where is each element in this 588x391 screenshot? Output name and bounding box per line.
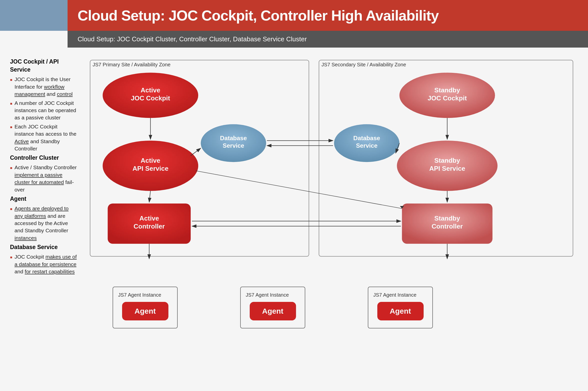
svg-text:JOC Cockpit: JOC Cockpit <box>131 94 170 102</box>
svg-line-39 <box>196 171 402 209</box>
sidebar-item-4: ▪ Active / Standby Controller implement … <box>10 164 78 193</box>
agents-row: JS7 Agent Instance Agent JS7 Agent Insta… <box>88 287 578 328</box>
sidebar-section-agent: Agent ▪ Agents are deployed to any platf… <box>10 195 78 242</box>
svg-text:Standby: Standby <box>434 86 460 94</box>
bullet-icon: ▪ <box>10 253 13 262</box>
svg-line-30 <box>149 191 150 202</box>
agent-node-3: Agent <box>377 302 424 320</box>
bullet-icon: ▪ <box>10 164 13 172</box>
sidebar-item-6: ▪ JOC Cockpit makes use of a database fo… <box>10 253 78 275</box>
svg-text:Active: Active <box>141 86 160 94</box>
svg-text:JOC Cockpit: JOC Cockpit <box>428 94 467 102</box>
svg-text:JS7 Secondary Site / Availabil: JS7 Secondary Site / Availability Zone <box>322 62 406 67</box>
sidebar-section-joc: JOC Cockpit / API Service ▪ JOC Cockpit … <box>10 58 78 152</box>
sidebar-title-controller: Controller Cluster <box>10 154 78 162</box>
logo-area <box>0 0 68 31</box>
sidebar-title-joc: JOC Cockpit / API Service <box>10 58 78 74</box>
agent-box-2: JS7 Agent Instance Agent <box>240 287 305 328</box>
svg-text:API Service: API Service <box>132 165 168 172</box>
sidebar-title-database: Database Service <box>10 243 78 251</box>
sidebar-section-database: Database Service ▪ JOC Cockpit makes use… <box>10 243 78 275</box>
svg-text:Service: Service <box>356 142 378 149</box>
svg-text:Database: Database <box>353 135 380 141</box>
agent-instance-label-2: JS7 Agent Instance <box>246 292 289 298</box>
bullet-icon: ▪ <box>10 76 13 84</box>
agent-node-1: Agent <box>122 302 168 320</box>
svg-line-31 <box>191 148 201 156</box>
sidebar-item-1: ▪ JOC Cockpit is the User Interface for … <box>10 76 78 98</box>
svg-text:Service: Service <box>223 142 244 149</box>
title-area: Cloud Setup: JOC Cockpit, Controller Hig… <box>68 0 588 31</box>
svg-text:Active: Active <box>141 157 160 164</box>
page-title: Cloud Setup: JOC Cockpit, Controller Hig… <box>78 7 578 24</box>
bullet-icon: ▪ <box>10 99 13 108</box>
diagram-area: JS7 Primary Site / Availability Zone JS7… <box>88 58 578 328</box>
svg-text:JS7 Primary Site / Availabilit: JS7 Primary Site / Availability Zone <box>93 62 170 67</box>
agent-box-3: JS7 Agent Instance Agent <box>368 287 433 328</box>
svg-text:Controller: Controller <box>134 223 165 230</box>
svg-text:Database: Database <box>220 135 247 141</box>
agent-box-1: JS7 Agent Instance Agent <box>113 287 178 328</box>
architecture-diagram: JS7 Primary Site / Availability Zone JS7… <box>88 58 578 284</box>
agent-instance-label-1: JS7 Agent Instance <box>118 292 161 298</box>
subtitle-text: Cloud Setup: JOC Cockpit Cluster, Contro… <box>78 35 578 43</box>
sidebar-item-3: ▪ Each JOC Cockpit instance has access t… <box>10 123 78 152</box>
agent-instance-label-3: JS7 Agent Instance <box>373 292 416 298</box>
page-wrapper: Cloud Setup: JOC Cockpit, Controller Hig… <box>0 0 588 338</box>
svg-text:Controller: Controller <box>432 223 463 230</box>
subtitle-bar: Cloud Setup: JOC Cockpit Cluster, Contro… <box>68 31 588 48</box>
svg-text:Standby: Standby <box>434 215 460 222</box>
agent-node-2: Agent <box>250 302 296 320</box>
svg-text:API Service: API Service <box>429 165 465 172</box>
bullet-icon: ▪ <box>10 123 13 131</box>
sidebar-item-2: ▪ A number of JOC Cockpit instances can … <box>10 99 78 121</box>
bullet-icon: ▪ <box>10 205 13 213</box>
sidebar-item-5: ▪ Agents are deployed to any platforms a… <box>10 205 78 242</box>
sidebar-title-agent: Agent <box>10 195 78 203</box>
header: Cloud Setup: JOC Cockpit, Controller Hig… <box>0 0 588 31</box>
sidebar-section-controller: Controller Cluster ▪ Active / Standby Co… <box>10 154 78 193</box>
svg-text:Active: Active <box>139 215 159 222</box>
svg-text:Standby: Standby <box>434 157 460 164</box>
sidebar: JOC Cockpit / API Service ▪ JOC Cockpit … <box>10 58 78 328</box>
